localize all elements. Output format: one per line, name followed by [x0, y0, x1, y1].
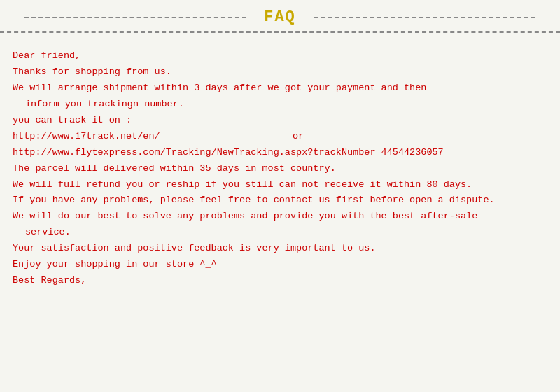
track-url-line: http://www.17track.net/en/ or [13, 129, 547, 145]
header-section: FAQ [0, 0, 560, 31]
line-track-on: you can track it on : [13, 113, 547, 129]
line-enjoy: Enjoy your shopping in our store ^_^ [13, 257, 547, 273]
content-area: Dear friend, Thanks for shopping from us… [0, 46, 560, 296]
line-problems: If you have any problems, please feel fr… [13, 192, 547, 209]
line-dear-friend: Dear friend, [13, 48, 547, 64]
line-parcel: The parcel will delivered within 35 days… [13, 161, 547, 177]
line-satisfaction: Your satisfaction and positive feedback … [13, 241, 547, 257]
track-url1[interactable]: http://www.17track.net/en/ [13, 129, 251, 145]
or-label: or [251, 129, 304, 145]
line-inform: inform you trackingn number. [13, 97, 547, 113]
faq-title: FAQ [257, 8, 303, 26]
track-url2[interactable]: http://www.flytexpress.com/Tracking/NewT… [13, 145, 547, 161]
page-container: FAQ Dear friend, Thanks for shopping fro… [0, 0, 560, 392]
line-thanks: Thanks for shopping from us. [13, 64, 547, 80]
line-service: service. [13, 225, 547, 241]
line-refund: We will full refund you or reship if you… [13, 177, 547, 193]
header-divider-right [314, 17, 536, 18]
line-shipment: We will arrange shipment within 3 days a… [13, 80, 547, 97]
line-best-after-sale: We will do our best to solve any problem… [13, 209, 547, 225]
header-divider-left [24, 17, 246, 18]
line-best-regards: Best Regards, [13, 273, 547, 289]
divider-bottom [0, 31, 560, 33]
